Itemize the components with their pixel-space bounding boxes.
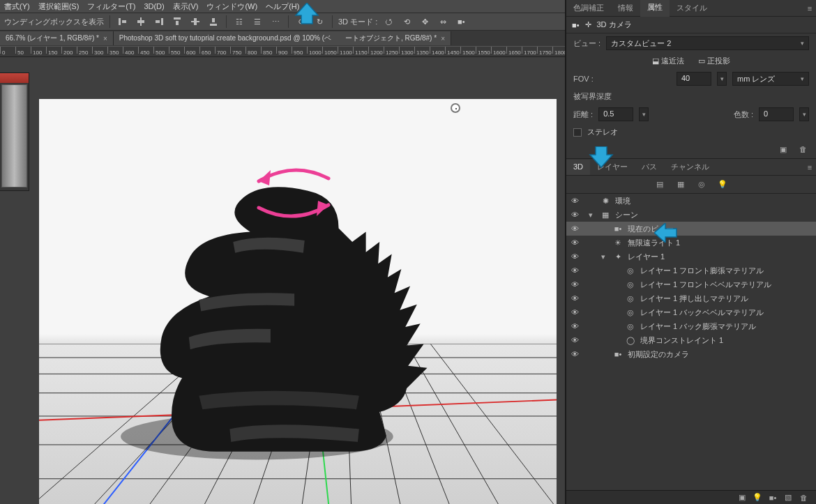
distance-input[interactable]: 0.5 bbox=[598, 107, 633, 121]
tree-item[interactable]: 👁☀無限遠ライト 1 bbox=[566, 236, 816, 250]
document-tab-1[interactable]: 66.7% (レイヤー 1, RGB/8#) *× bbox=[0, 31, 114, 45]
close-icon[interactable]: × bbox=[103, 35, 107, 43]
document-tab-2[interactable]: Photoshop 3D soft toy tutoprial create b… bbox=[114, 31, 451, 45]
distribute2-icon[interactable]: ☰ bbox=[250, 15, 264, 29]
svg-rect-5 bbox=[156, 20, 160, 23]
fov-stepper[interactable]: ▾ bbox=[717, 72, 727, 86]
tool-3d-icon[interactable]: ⟳ bbox=[294, 15, 308, 29]
align-right-icon[interactable] bbox=[152, 15, 166, 29]
visibility-eye-icon[interactable]: 👁 bbox=[569, 322, 580, 330]
secondary-view-panel[interactable] bbox=[0, 72, 29, 191]
tree-item[interactable]: 👁■•初期設定のカメラ bbox=[566, 347, 816, 361]
align-top-icon[interactable] bbox=[170, 15, 184, 29]
tab-style[interactable]: スタイル bbox=[670, 0, 714, 16]
colors-stepper[interactable]: ▾ bbox=[799, 107, 809, 121]
render-settings-icon[interactable]: ▣ bbox=[777, 143, 789, 155]
trash-icon[interactable]: 🗑 bbox=[796, 143, 809, 155]
3d-viewport[interactable] bbox=[39, 99, 557, 504]
orbit-icon[interactable]: ⭯ bbox=[381, 15, 395, 29]
pan-icon[interactable]: ✥ bbox=[418, 15, 432, 29]
tree-item[interactable]: 👁◎レイヤー 1 フロントベベルマテリアル bbox=[566, 277, 816, 291]
twisty-icon[interactable]: ▾ bbox=[601, 252, 608, 261]
tab-properties[interactable]: 属性 bbox=[640, 0, 670, 17]
align-left-icon[interactable] bbox=[116, 15, 130, 29]
close-icon[interactable]: × bbox=[441, 35, 445, 43]
fov-unit-select[interactable]: mm レンズ▾ bbox=[732, 72, 809, 86]
tree-item-type-icon: ☀ bbox=[612, 238, 624, 247]
divider bbox=[288, 15, 289, 28]
menu-help[interactable]: ヘルプ(H) bbox=[266, 1, 299, 12]
visibility-eye-icon[interactable]: 👁 bbox=[569, 211, 580, 219]
visibility-eye-icon[interactable]: 👁 bbox=[569, 266, 580, 275]
distribute-icon[interactable]: ☷ bbox=[232, 15, 246, 29]
twisty-icon[interactable]: ▾ bbox=[589, 211, 596, 220]
filter-light-icon[interactable]: 💡 bbox=[716, 178, 729, 191]
canvas-area[interactable] bbox=[0, 57, 565, 504]
tree-item[interactable]: 👁◎レイヤー 1 押し出しマテリアル bbox=[566, 291, 816, 305]
menu-window[interactable]: ウィンドウ(W) bbox=[206, 1, 257, 12]
tree-item[interactable]: 👁◎レイヤー 1 バック膨張マテリアル bbox=[566, 319, 816, 333]
visibility-eye-icon[interactable]: 👁 bbox=[569, 308, 580, 316]
light-icon[interactable]: 💡 bbox=[752, 492, 763, 503]
visibility-eye-icon[interactable]: 👁 bbox=[569, 252, 580, 261]
filter-scene-icon[interactable]: ▤ bbox=[653, 178, 666, 191]
aim-icon: ✛ bbox=[585, 20, 591, 29]
distribute3-icon[interactable]: ⋯ bbox=[269, 15, 282, 29]
roll-icon[interactable]: ⟲ bbox=[400, 15, 414, 29]
panel-menu-icon[interactable]: ≡ bbox=[803, 2, 816, 15]
tab-3d[interactable]: 3D bbox=[566, 160, 590, 175]
tree-item[interactable]: 👁◎レイヤー 1 フロント膨張マテリアル bbox=[566, 264, 816, 277]
fov-input[interactable]: 40 bbox=[677, 72, 711, 86]
tree-item[interactable]: 👁◯境界コンストレイント 1 bbox=[566, 333, 816, 347]
visibility-eye-icon[interactable]: 👁 bbox=[569, 350, 580, 358]
3d-cursor-icon bbox=[451, 103, 460, 113]
tab-layers[interactable]: レイヤー bbox=[590, 159, 635, 175]
menu-select[interactable]: 選択範囲(S) bbox=[38, 1, 80, 12]
tree-item-label: 初期設定のカメラ bbox=[628, 349, 689, 360]
tool-3d2-icon[interactable]: ↻ bbox=[312, 15, 326, 29]
zoom-icon[interactable]: ■• bbox=[454, 15, 468, 29]
camera-icon[interactable]: ■• bbox=[767, 492, 778, 503]
align-hcenter-icon[interactable] bbox=[134, 15, 148, 29]
visibility-eye-icon[interactable]: 👁 bbox=[569, 280, 580, 289]
view-select[interactable]: カスタムビュー 2▾ bbox=[606, 36, 809, 50]
tree-item-label: 境界コンストレイント 1 bbox=[640, 335, 723, 346]
menu-filter[interactable]: フィルター(T) bbox=[87, 1, 135, 12]
visibility-eye-icon[interactable]: 👁 bbox=[569, 336, 580, 344]
menu-format[interactable]: 書式(Y) bbox=[4, 1, 30, 12]
tab-color-correction[interactable]: 色調補正 bbox=[566, 0, 611, 16]
align-vcenter-icon[interactable] bbox=[188, 15, 202, 29]
tree-item[interactable]: 👁▾▦シーン bbox=[566, 208, 816, 222]
visibility-eye-icon[interactable]: 👁 bbox=[569, 238, 580, 247]
tree-item[interactable]: 👁◎レイヤー 1 バックベベルマテリアル bbox=[566, 305, 816, 319]
distance-stepper[interactable]: ▾ bbox=[639, 107, 649, 121]
visibility-eye-icon[interactable]: 👁 bbox=[569, 224, 580, 233]
tree-item-label: レイヤー 1 フロント膨張マテリアル bbox=[640, 266, 764, 276]
panel-tabs-top: 色調補正 情報 属性 スタイル ≡ bbox=[566, 0, 816, 17]
menu-view[interactable]: 表示(V) bbox=[173, 1, 199, 12]
stereo-checkbox[interactable] bbox=[573, 128, 582, 137]
3d-scene-tree[interactable]: 👁✺環境👁▾▦シーン👁■•現在のビュー👁☀無限遠ライト 1👁▾✦レイヤー 1👁◎… bbox=[566, 194, 816, 490]
tab-info[interactable]: 情報 bbox=[611, 0, 640, 16]
svg-rect-1 bbox=[122, 20, 126, 23]
tab-channels[interactable]: チャンネル bbox=[664, 159, 716, 175]
tree-item[interactable]: 👁✺環境 bbox=[566, 194, 816, 208]
tab-paths[interactable]: パス bbox=[635, 159, 664, 175]
align-bottom-icon[interactable] bbox=[206, 15, 220, 29]
filter-mesh-icon[interactable]: ▦ bbox=[674, 178, 687, 191]
visibility-eye-icon[interactable]: 👁 bbox=[569, 294, 580, 303]
trash-icon[interactable]: 🗑 bbox=[798, 492, 809, 503]
orthographic-icon[interactable]: ▭ 正投影 bbox=[698, 56, 730, 66]
filter-material-icon[interactable]: ◎ bbox=[695, 178, 708, 191]
document-tabs: 66.7% (レイヤー 1, RGB/8#) *× Photoshop 3D s… bbox=[0, 31, 565, 46]
new-icon[interactable]: ▧ bbox=[783, 492, 794, 503]
tree-item[interactable]: 👁■•現在のビュー bbox=[566, 222, 816, 236]
colors-input[interactable]: 0 bbox=[759, 107, 794, 121]
panel-menu-icon[interactable]: ≡ bbox=[803, 161, 816, 174]
perspective-icon[interactable]: ⬓ 遠近法 bbox=[652, 56, 684, 66]
tree-item[interactable]: 👁▾✦レイヤー 1 bbox=[566, 250, 816, 264]
visibility-eye-icon[interactable]: 👁 bbox=[569, 197, 580, 205]
menu-3d[interactable]: 3D(D) bbox=[144, 2, 164, 10]
render-icon[interactable]: ▣ bbox=[736, 492, 748, 503]
slide-icon[interactable]: ⇔ bbox=[436, 15, 450, 29]
